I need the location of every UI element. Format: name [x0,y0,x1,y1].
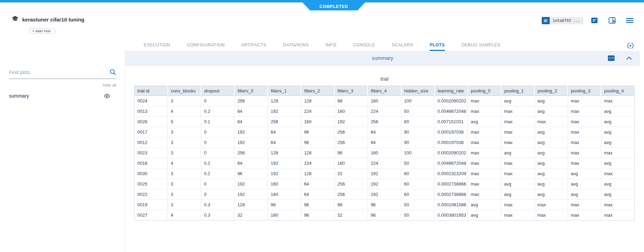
chevron-up-icon[interactable] [626,56,632,60]
table-cell: 60 [401,179,435,189]
plot-panel-header: summary </> [125,51,640,66]
table-cell: max [501,127,534,137]
table-cell: 0.007151031 [435,117,468,127]
table-row: 002740.332160963296500.0003801953avgmaxm… [135,210,635,220]
table-cell: max [601,210,634,220]
tab-info[interactable]: INFO [325,41,336,51]
table-cell: 224 [301,158,334,169]
table-cell: 64 [301,179,334,189]
table-cell: max [468,189,501,200]
column-header-dropout[interactable]: dropout [201,86,234,96]
table-cell: 192 [368,169,401,179]
table-cell: 0 [201,127,234,137]
table-cell: 64 [368,137,401,148]
tab-debug-samples[interactable]: DEBUG SAMPLES [462,41,500,51]
sidebar-item-summary[interactable]: summary [9,93,116,99]
column-header-filters_2[interactable]: filters_2 [301,86,334,96]
table-cell: max [568,158,601,169]
table-cell: avg [501,179,534,189]
table-cell: 80 [401,117,435,127]
table-cell: 128 [301,96,334,106]
table-cell: 96 [301,137,334,148]
table-cell: 4 [168,106,201,117]
tab-dataviews[interactable]: DATAVIEWS [283,41,309,51]
column-header-filters_4[interactable]: filters_4 [368,86,401,96]
table-cell: 64 [234,158,268,169]
table-cell: max [568,200,601,210]
table-cell: avg [534,137,568,148]
table-cell: 256 [334,189,368,200]
table-cell: 0017 [135,127,168,137]
tab-plots[interactable]: PLOTS [430,41,445,51]
table-cell: 3 [168,189,201,200]
table-cell: max [468,137,501,148]
table-cell: 96 [334,96,368,106]
layout-panel-icon[interactable] [609,17,616,24]
column-header-pooling_0[interactable]: pooling_0 [468,86,501,96]
table-cell: 192 [234,189,268,200]
embed-code-icon[interactable]: </> [608,55,615,61]
hide-all-link[interactable]: Hide all [9,83,116,87]
tab-execution[interactable]: EXECUTION [144,41,170,51]
table-cell: 0026 [135,117,168,127]
table-cell: max [468,106,501,117]
trial-table: trial idconv_blocksdropoutfilters_0filte… [134,86,635,220]
auto-refresh-icon[interactable] [627,42,634,50]
table-cell: max [501,117,534,127]
table-cell: 0.0001061086 [435,200,468,210]
column-header-pooling_3[interactable]: pooling_3 [568,86,601,96]
plot-item-label: summary [9,93,29,99]
table-cell: 224 [368,158,401,169]
tab-scalars[interactable]: SCALARS [392,41,413,51]
column-header-conv_blocks[interactable]: conv_blocks [168,86,201,96]
column-header-learning_rate[interactable]: learning_rate [435,86,468,96]
column-header-hidden_size[interactable]: hidden_size [401,86,435,96]
table-cell: max [601,200,634,210]
table-cell: avg [501,96,534,106]
table-cell: 4 [168,210,201,220]
column-header-pooling_4[interactable]: pooling_4 [601,86,634,96]
tab-artifacts[interactable]: ARTIFACTS [241,41,266,51]
add-tag-button[interactable]: + ADD TAG [29,28,53,34]
table-cell: avg [501,189,534,200]
table-row: 003030.29619212832192800.0002323209maxma… [135,169,635,179]
table-cell: 256 [234,148,268,158]
table-row: 001930.312896969696500.0001061086avgmaxm… [135,200,635,210]
table-cell: max [601,148,634,158]
eye-icon[interactable] [104,94,110,98]
table-cell: 0.3 [201,200,234,210]
table-cell: avg [601,117,634,127]
table-cell: 32 [334,169,368,179]
search-icon[interactable] [109,69,116,75]
description-icon[interactable] [591,17,598,24]
table-cell: 192 [268,106,301,117]
tab-configuration[interactable]: CONFIGURATION [187,41,225,51]
table-cell: max [568,127,601,137]
column-header-filters_0[interactable]: filters_0 [234,86,268,96]
table-cell: max [568,106,601,117]
column-header-filters_3[interactable]: filters_3 [334,86,368,96]
table-cell: max [468,96,501,106]
column-header-pooling_2[interactable]: pooling_2 [534,86,568,96]
menu-icon[interactable] [626,18,634,23]
table-row: 001340.264192224160224500.0046672048maxm… [135,106,635,117]
tab-console[interactable]: CONSOLE [353,41,375,51]
table-cell: avg [468,200,501,210]
table-cell: 0030 [135,169,168,179]
search-input[interactable] [9,70,107,75]
id-value: 1e5a8f03 ... [550,17,583,24]
table-cell: 0022 [135,189,168,200]
id-badge[interactable]: ID 1e5a8f03 ... [542,17,583,24]
table-cell: 160 [268,179,301,189]
column-header-filters_1[interactable]: filters_1 [268,86,301,96]
table-cell: avg [601,137,634,148]
table-cell: 256 [334,179,368,189]
column-header-trial-id[interactable]: trial id [135,86,168,96]
table-cell: 224 [368,106,401,117]
table-cell: 96 [368,200,401,210]
table-cell: avg [568,189,601,200]
table-cell: 256 [234,96,268,106]
table-cell: 192 [234,179,268,189]
table-cell: 0.0003801953 [435,210,468,220]
column-header-pooling_1[interactable]: pooling_1 [501,86,534,96]
